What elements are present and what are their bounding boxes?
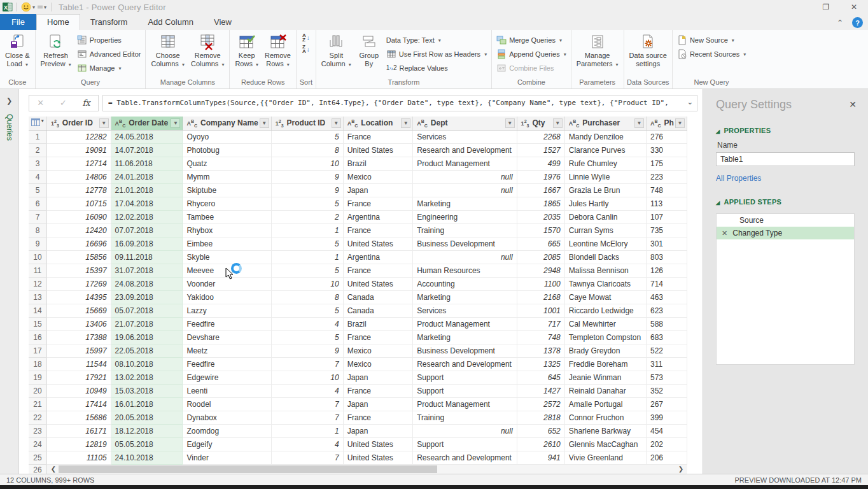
horizontal-scroll-thumb[interactable]: [59, 465, 437, 473]
cell[interactable]: Templeton Compston: [564, 330, 646, 344]
cell[interactable]: 21.07.2018: [111, 317, 183, 330]
close-pane-icon[interactable]: ✕: [849, 99, 857, 110]
row-number[interactable]: 19: [29, 371, 47, 384]
row-number[interactable]: 7: [29, 210, 47, 223]
cell[interactable]: Grazia Le Brun: [564, 183, 646, 197]
properties-button[interactable]: Properties: [74, 33, 144, 47]
row-number[interactable]: 4: [29, 170, 47, 183]
cell[interactable]: 14.07.2018: [111, 143, 183, 157]
cell[interactable]: 665: [517, 237, 564, 250]
cell[interactable]: Freddie Boreham: [564, 357, 646, 371]
row-number[interactable]: 16: [29, 330, 47, 344]
cell[interactable]: 7: [271, 411, 343, 424]
tab-transform[interactable]: Transform: [80, 14, 138, 30]
cell[interactable]: Roodel: [183, 397, 271, 411]
tab-view[interactable]: View: [204, 14, 242, 30]
cell[interactable]: 16.01.2018: [111, 397, 183, 411]
cell[interactable]: 23.09.2018: [111, 290, 183, 304]
cell[interactable]: 05.07.2018: [111, 304, 183, 317]
cell[interactable]: Jules Hartly: [564, 197, 646, 210]
cell[interactable]: Canada: [343, 290, 413, 304]
cell[interactable]: 652: [517, 424, 564, 437]
group-by-button[interactable]: Group By: [354, 32, 384, 70]
help-button[interactable]: ?: [852, 17, 863, 28]
cell[interactable]: 15856: [47, 250, 111, 264]
cell[interactable]: 1427: [517, 384, 564, 397]
cell[interactable]: 352: [646, 384, 687, 397]
cell[interactable]: Glennis MacCaghan: [564, 437, 646, 451]
filter-dropdown-button[interactable]: ▼: [634, 118, 644, 128]
cell[interactable]: 17388: [47, 330, 111, 344]
cell[interactable]: Malissa Bennison: [564, 264, 646, 277]
manage-parameters-button[interactable]: Manage Parameters ▾: [573, 32, 622, 71]
cell[interactable]: 206: [646, 451, 687, 464]
cell[interactable]: 1001: [517, 304, 564, 317]
cell[interactable]: 5: [271, 304, 343, 317]
filter-dropdown-button[interactable]: ▼: [675, 118, 685, 128]
cell[interactable]: Argentina: [343, 210, 413, 223]
expand-formula-bar-button[interactable]: ⌄: [687, 98, 693, 106]
delete-step-icon[interactable]: ✕: [722, 229, 727, 237]
replace-values-button[interactable]: 1⤷2 Replace Values: [384, 61, 489, 75]
cell[interactable]: Eimbee: [183, 237, 271, 250]
cell[interactable]: 330: [646, 143, 687, 157]
cell[interactable]: Jeanie Winman: [564, 371, 646, 384]
row-number[interactable]: 13: [29, 290, 47, 304]
cell[interactable]: Yakidoo: [183, 290, 271, 304]
cell[interactable]: Business Development: [413, 237, 517, 250]
select-all-table-button[interactable]: ▾: [29, 117, 47, 130]
cell[interactable]: 10949: [47, 384, 111, 397]
cell[interactable]: 803: [646, 250, 687, 264]
cell[interactable]: Marketing: [413, 290, 517, 304]
row-number[interactable]: 12: [29, 277, 47, 290]
row-number[interactable]: 2: [29, 143, 47, 157]
cell[interactable]: 941: [517, 451, 564, 464]
cell[interactable]: 2572: [517, 397, 564, 411]
row-number[interactable]: 22: [29, 411, 47, 424]
cell[interactable]: 2035: [517, 210, 564, 223]
cell[interactable]: 223: [646, 170, 687, 183]
cell[interactable]: Support: [413, 384, 517, 397]
remove-rows-button[interactable]: Remove Rows ▾: [262, 32, 294, 71]
cell[interactable]: Mexico: [343, 357, 413, 371]
cell[interactable]: Services: [413, 130, 517, 143]
cell[interactable]: 573: [646, 371, 687, 384]
choose-columns-button[interactable]: Choose Columns ▾: [148, 32, 187, 71]
cell[interactable]: France: [343, 384, 413, 397]
cell[interactable]: Business Development: [413, 344, 517, 357]
row-number[interactable]: 17: [29, 344, 47, 357]
cell[interactable]: Skyble: [183, 250, 271, 264]
cell[interactable]: Riccardo Ledwidge: [564, 304, 646, 317]
cell[interactable]: 12.02.2018: [111, 210, 183, 223]
cell[interactable]: 21.01.2018: [111, 183, 183, 197]
cell[interactable]: 717: [517, 317, 564, 330]
cell[interactable]: 24.10.2018: [111, 451, 183, 464]
tab-add-column[interactable]: Add Column: [137, 14, 204, 30]
filter-dropdown-button[interactable]: ▼: [553, 118, 563, 128]
cell[interactable]: Feedfire: [183, 317, 271, 330]
cell[interactable]: 24.01.2018: [111, 170, 183, 183]
cell[interactable]: 7: [271, 397, 343, 411]
row-number[interactable]: 6: [29, 197, 47, 210]
cell[interactable]: Linnie Wylie: [564, 170, 646, 183]
query-name-input[interactable]: [716, 152, 855, 166]
cell[interactable]: Canada: [343, 304, 413, 317]
row-number[interactable]: 25: [29, 451, 47, 464]
cell[interactable]: 08.10.2018: [111, 357, 183, 371]
row-number[interactable]: 20: [29, 384, 47, 397]
cell[interactable]: Curran Syms: [564, 223, 646, 237]
formula-cancel-button[interactable]: ✕: [37, 98, 44, 108]
cell[interactable]: Photobug: [183, 143, 271, 157]
cell[interactable]: 11.06.2018: [111, 157, 183, 170]
cell[interactable]: 1865: [517, 197, 564, 210]
cell[interactable]: Services: [413, 304, 517, 317]
cell[interactable]: 748: [646, 183, 687, 197]
restore-window-button[interactable]: ❐: [812, 0, 840, 14]
cell[interactable]: Connor Fruchon: [564, 411, 646, 424]
cell[interactable]: 7: [271, 357, 343, 371]
row-number[interactable]: 5: [29, 183, 47, 197]
cell[interactable]: 15397: [47, 264, 111, 277]
cell[interactable]: Leenti: [183, 384, 271, 397]
scroll-left-arrow[interactable]: ❮: [48, 465, 59, 474]
cell[interactable]: 463: [646, 290, 687, 304]
